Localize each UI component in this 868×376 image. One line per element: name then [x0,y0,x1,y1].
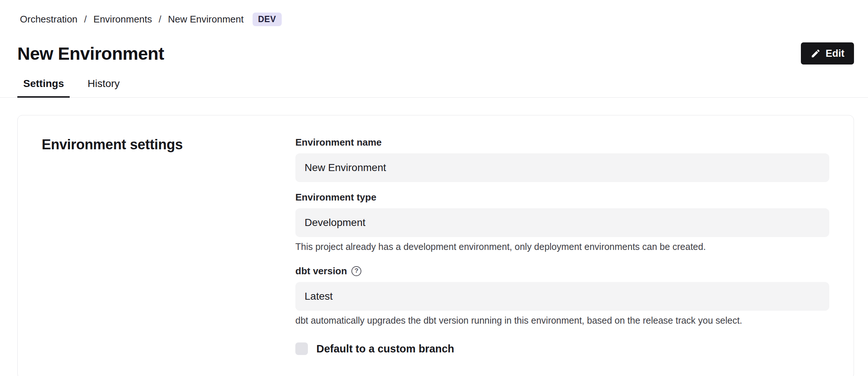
edit-button[interactable]: Edit [801,42,854,65]
dbt-version-label: dbt version ? [295,265,829,277]
dbt-version-label-text: dbt version [295,265,347,277]
page-header: New Environment Edit [0,26,868,65]
breadcrumb-separator: / [159,14,161,25]
card-heading-column: Environment settings [42,137,295,355]
card-heading: Environment settings [42,137,295,153]
dbt-version-helper-text: dbt automatically upgrades the dbt versi… [295,314,829,327]
environment-type-helper-text: This project already has a development e… [295,241,829,253]
environment-name-label: Environment name [295,137,829,148]
environment-name-input[interactable] [295,153,829,182]
environment-type-label: Environment type [295,192,829,203]
environment-type-group: Environment type This project already ha… [295,192,829,253]
tab-history[interactable]: History [81,78,125,98]
environment-name-group: Environment name [295,137,829,182]
dbt-version-input[interactable] [295,282,829,311]
environment-type-input[interactable] [295,208,829,237]
env-type-badge: DEV [253,13,282,26]
custom-branch-row: Default to a custom branch [295,342,829,355]
environment-settings-form: Environment name Environment type This p… [295,137,829,355]
page-title: New Environment [17,43,164,64]
breadcrumb-environments[interactable]: Environments [93,14,152,25]
edit-button-label: Edit [826,48,844,59]
pencil-icon [810,48,821,59]
custom-branch-checkbox[interactable] [295,342,308,355]
breadcrumb-orchestration[interactable]: Orchestration [20,14,77,25]
environment-settings-card: Environment settings Environment name En… [17,115,854,376]
breadcrumb: Orchestration / Environments / New Envir… [0,0,868,26]
breadcrumb-separator: / [84,14,87,25]
help-circle-icon[interactable]: ? [351,266,361,276]
tab-settings[interactable]: Settings [17,78,70,98]
custom-branch-label: Default to a custom branch [316,343,454,355]
tab-bar: Settings History [0,78,868,98]
dbt-version-group: dbt version ? dbt automatically upgrades… [295,265,829,327]
breadcrumb-new-environment[interactable]: New Environment [168,14,244,25]
page: Orchestration / Environments / New Envir… [0,0,868,376]
